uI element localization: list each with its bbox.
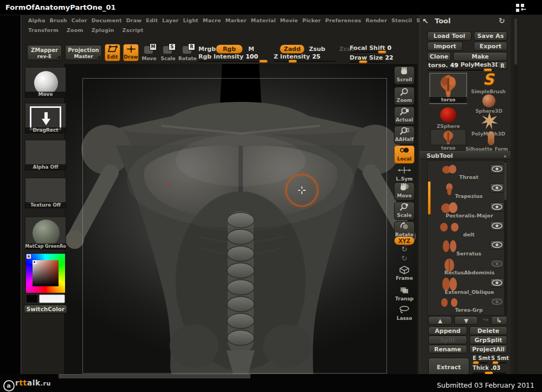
torso-small-thumbnail[interactable] <box>430 129 466 145</box>
draw-mode-button[interactable]: Draw <box>123 44 139 61</box>
current-tool-thumbnail[interactable]: torso <box>429 73 467 104</box>
visibility-eye-icon[interactable] <box>490 278 504 287</box>
export-button[interactable]: Export <box>474 42 507 51</box>
subtool-row[interactable]: Pectoralis-Major <box>428 201 504 220</box>
visibility-eye-icon[interactable] <box>490 202 504 211</box>
menu-zoom[interactable]: Zoom <box>67 27 83 33</box>
actual-button[interactable]: Actual <box>394 106 415 125</box>
subtool-header[interactable]: SubTool ▴ <box>420 151 511 159</box>
load-tool-button[interactable]: Load Tool <box>427 31 472 41</box>
color-picker-hue[interactable] <box>26 254 65 293</box>
s-smt-handle[interactable] <box>492 361 499 364</box>
e-smt-handle[interactable] <box>473 361 479 364</box>
color-picker-sv[interactable] <box>33 260 59 286</box>
zmapper-button[interactable]: ZMapper rev-E <box>27 45 62 60</box>
menu-picker[interactable]: Picker <box>302 17 321 23</box>
rotate-mode-button[interactable]: R Rotate <box>180 44 195 61</box>
menu-brush[interactable]: Brush <box>50 17 67 23</box>
polymesh3d-thumbnail[interactable] <box>480 112 499 130</box>
subtool-row[interactable]: Trapezius <box>428 182 504 201</box>
make-polymesh3d-button[interactable]: Make PolyMesh3D <box>453 52 507 61</box>
subtool-row[interactable]: RectusAbdominis <box>428 258 504 277</box>
move-mode-button[interactable]: M Move <box>142 44 156 61</box>
subtool-row[interactable]: Serratus <box>428 239 504 258</box>
rename-button[interactable]: Rename <box>428 345 467 354</box>
menu-alpha[interactable]: Alpha <box>28 17 46 23</box>
sphere3d-thumbnail[interactable] <box>482 94 495 107</box>
mrgb-toggle[interactable]: Mrgb <box>198 46 216 53</box>
menu-material[interactable]: Material <box>251 17 276 23</box>
menu-edit[interactable]: Edit <box>146 17 158 23</box>
main-color-swatch[interactable] <box>26 294 38 303</box>
menu-layer[interactable]: Layer <box>162 17 179 23</box>
menu-movie[interactable]: Movie <box>280 17 298 23</box>
projection-master-button[interactable]: Projection Master <box>65 45 102 60</box>
subtool-row[interactable]: delt <box>428 220 504 239</box>
zsphere-thumbnail[interactable] <box>440 107 456 123</box>
import-button[interactable]: Import <box>427 42 463 51</box>
window-layout-icon[interactable]: ← <box>516 4 531 12</box>
panel-scrollbar[interactable] <box>514 17 518 374</box>
subtool-down-button[interactable]: ▼ <box>454 316 478 325</box>
rgb-intensity-handle[interactable] <box>259 60 268 63</box>
menu-draw[interactable]: Draw <box>126 17 142 23</box>
menu-render[interactable]: Render <box>365 17 387 23</box>
menu-light[interactable]: Light <box>183 17 198 23</box>
secondary-color-swatch[interactable] <box>39 294 65 303</box>
scale-mode-button[interactable]: S Scale <box>161 44 175 61</box>
draw-size-handle[interactable] <box>359 60 367 63</box>
visibility-eye-icon[interactable] <box>490 183 504 192</box>
simplebrush-thumbnail[interactable]: S <box>479 70 498 88</box>
subtool-duplicate-icon[interactable]: ↪ <box>480 316 491 324</box>
lasso-button[interactable]: Lasso <box>394 305 415 323</box>
silhouette-thumbnail[interactable] <box>488 131 494 145</box>
menu-preferences[interactable]: Preferences <box>325 17 362 23</box>
move3d-button[interactable]: Move <box>394 182 415 201</box>
z-intensity-track[interactable] <box>274 61 336 62</box>
rgb-intensity-track[interactable] <box>198 61 268 62</box>
rgb-toggle[interactable]: Rgb <box>216 44 243 54</box>
subtool-row[interactable]: External_Oblique <box>428 277 504 295</box>
grpsplit-button[interactable]: GrpSplit <box>469 336 507 344</box>
scroll-button[interactable]: Scroll <box>394 66 415 85</box>
menu-zscript[interactable]: Zscript <box>122 27 144 33</box>
z-intensity-handle[interactable] <box>288 60 297 63</box>
menu-color[interactable]: Color <box>72 17 87 23</box>
menu-marker[interactable]: Marker <box>225 17 247 23</box>
m-toggle[interactable]: M <box>248 46 254 53</box>
focal-shift-handle[interactable] <box>378 50 386 54</box>
visibility-eye-icon[interactable] <box>490 240 504 249</box>
transp-button[interactable]: Transp <box>394 285 415 304</box>
clone-button[interactable]: Clone <box>427 52 451 61</box>
append-button[interactable]: Append <box>428 326 467 335</box>
local-button[interactable]: Local <box>394 145 415 164</box>
switch-color-button[interactable]: SwitchColor <box>24 305 67 313</box>
save-as-button[interactable]: Save As <box>474 31 507 41</box>
frame-button[interactable]: Frame <box>394 265 415 283</box>
scale3d-button[interactable]: Scale <box>394 202 415 220</box>
xyz-button[interactable]: XYZ <box>394 236 415 245</box>
visibility-eye-icon[interactable] <box>490 297 504 306</box>
menu-document[interactable]: Document <box>92 17 122 23</box>
subtool-row[interactable]: Throat <box>428 163 504 182</box>
subtool-scrollbar[interactable] <box>504 161 507 315</box>
menu-stencil[interactable]: Stencil <box>391 17 412 23</box>
visibility-eye-icon[interactable] <box>490 164 504 173</box>
projectall-button[interactable]: ProjectAll <box>469 345 507 354</box>
subtool-row[interactable]: Teres-Grp <box>428 295 504 314</box>
r-quickpick-button[interactable]: R <box>498 61 507 69</box>
subtool-up-button[interactable]: ▲ <box>428 316 452 325</box>
draw-size-track[interactable] <box>350 61 385 63</box>
reset-icon[interactable]: ↻ <box>499 16 507 25</box>
visibility-eye-icon[interactable] <box>490 259 504 268</box>
visibility-eye-icon[interactable] <box>490 221 504 230</box>
zoom-button[interactable]: Zoom <box>394 87 415 105</box>
subtool-insert-button[interactable]: ↳ <box>491 316 507 325</box>
menu-zplugin[interactable]: Zplugin <box>92 27 114 33</box>
tray-arrow-icon[interactable]: ↖ <box>422 17 431 25</box>
spin-y-icon[interactable]: ↻ <box>397 245 411 255</box>
delete-button[interactable]: Delete <box>469 326 507 335</box>
menu-macro[interactable]: Macro <box>203 17 221 23</box>
aahalf-button[interactable]: AAHalf <box>394 126 415 144</box>
split-button[interactable]: Split <box>428 336 467 344</box>
